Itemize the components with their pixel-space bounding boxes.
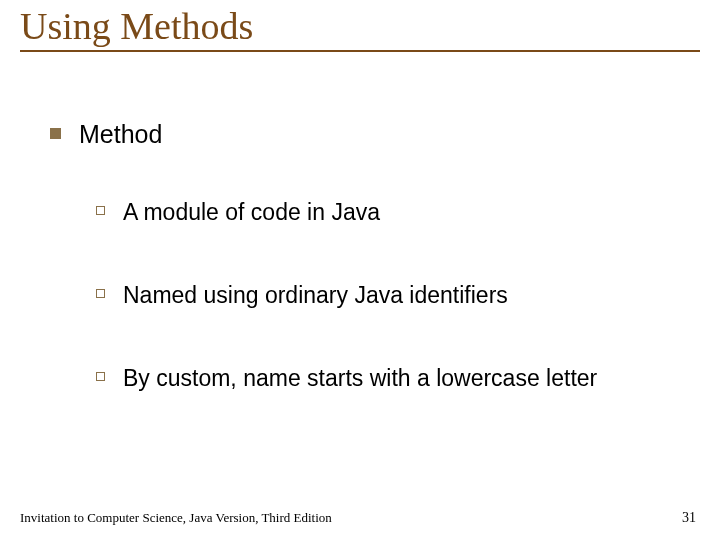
content-area: Method A module of code in Java Named us… <box>50 120 690 448</box>
hollow-square-bullet-icon <box>96 206 105 215</box>
title-block: Using Methods <box>20 0 700 52</box>
list-item: Named using ordinary Java identifiers <box>96 282 690 309</box>
list-item: By custom, name starts with a lowercase … <box>96 365 690 392</box>
page-number: 31 <box>682 510 696 526</box>
footer-source: Invitation to Computer Science, Java Ver… <box>20 510 332 526</box>
bullet-text: By custom, name starts with a lowercase … <box>123 365 597 392</box>
title-underline <box>20 50 700 52</box>
bullet-text: Named using ordinary Java identifiers <box>123 282 508 309</box>
slide: Using Methods Method A module of code in… <box>0 0 720 540</box>
list-item: Method <box>50 120 690 149</box>
hollow-square-bullet-icon <box>96 289 105 298</box>
list-item: A module of code in Java <box>96 199 690 226</box>
slide-title: Using Methods <box>20 0 700 52</box>
hollow-square-bullet-icon <box>96 372 105 381</box>
square-bullet-icon <box>50 128 61 139</box>
bullet-text: A module of code in Java <box>123 199 380 226</box>
bullet-text: Method <box>79 120 162 149</box>
